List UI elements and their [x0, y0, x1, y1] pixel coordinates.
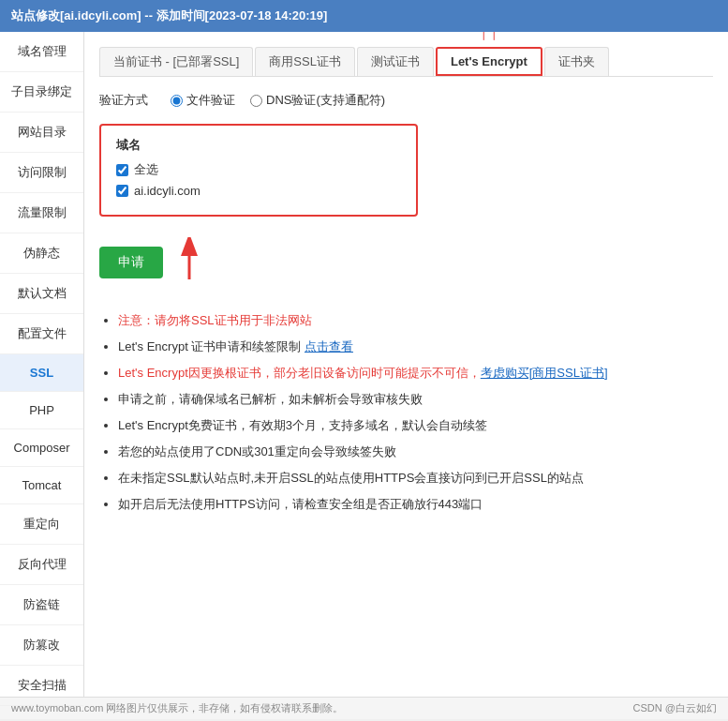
note-item-note-3: Let's Encrypt因更换根证书，部分老旧设备访问时可能提示不可信，考虑购…	[118, 361, 713, 385]
sidebar-item-php[interactable]: PHP	[0, 392, 83, 429]
sidebar-item-composer[interactable]: Composer	[0, 429, 83, 467]
tab-current-cert[interactable]: 当前证书 - [已部署SSL]	[99, 47, 253, 76]
note-2-link[interactable]: 点击查看	[305, 339, 353, 353]
sidebar-item-tomcat[interactable]: Tomcat	[0, 467, 83, 504]
tab-arrow-icon: ↑↑	[479, 32, 499, 45]
dns-verify-label: DNS验证(支持通配符)	[266, 92, 385, 109]
sidebar-item-traffic-limit[interactable]: 流量限制	[0, 193, 83, 233]
dns-verify-radio[interactable]	[250, 95, 262, 107]
domain-1-label: ai.idcyli.com	[134, 184, 201, 198]
sidebar-item-domain-mgmt[interactable]: 域名管理	[0, 32, 83, 72]
note-item-note-4: 申请之前，请确保域名已解析，如未解析会导致审核失败	[118, 387, 713, 412]
note-3-link[interactable]: 考虑购买[商用SSL证书]	[481, 366, 608, 380]
footer-bar: www.toymoban.com 网络图片仅供展示，非存储，如有侵权请联系删除。…	[0, 697, 728, 719]
verify-method-label: 验证方式	[99, 92, 148, 109]
sidebar-item-pseudo-static[interactable]: 伪静态	[0, 233, 83, 274]
tab-cert-folder[interactable]: 证书夹	[544, 47, 609, 76]
note-item-note-7: 在未指定SSL默认站点时,未开启SSL的站点使用HTTPS会直接访问到已开启SS…	[118, 466, 713, 490]
file-verify-radio[interactable]	[171, 95, 183, 107]
verify-method-row: 验证方式 文件验证 DNS验证(支持通配符)	[99, 92, 713, 109]
sidebar-item-anti-tamper[interactable]: 防篡改	[0, 625, 83, 666]
tab-commercial-ssl[interactable]: 商用SSL证书	[255, 47, 355, 76]
dns-verify-option[interactable]: DNS验证(支持通配符)	[250, 92, 385, 109]
tabs-row: 当前证书 - [已部署SSL]商用SSL证书测试证书Let's Encrypt↑…	[99, 47, 713, 77]
note-item-note-1: 注意：请勿将SSL证书用于非法网站	[118, 308, 713, 333]
note-3-text: Let's Encrypt因更换根证书，部分老旧设备访问时可能提示不可信，考虑购…	[118, 366, 608, 380]
sidebar-item-default-doc[interactable]: 默认文档	[0, 274, 83, 314]
note-item-note-8: 如开启后无法使用HTTPS访问，请检查安全组是否正确放行443端口	[118, 492, 713, 517]
footer-left: www.toymoban.com 网络图片仅供展示，非存储，如有侵权请联系删除。	[11, 701, 343, 715]
sidebar-item-redirect[interactable]: 重定向	[0, 504, 83, 545]
note-item-note-6: 若您的站点使用了CDN或301重定向会导致续签失败	[118, 440, 713, 464]
title-bar: 站点修改[ai.idcyli.com] -- 添加时间[2023-07-18 1…	[0, 0, 728, 32]
red-arrow-icon	[171, 237, 208, 284]
content-area: 当前证书 - [已部署SSL]商用SSL证书测试证书Let's Encrypt↑…	[84, 32, 728, 697]
domain-box-label: 域名	[116, 137, 401, 154]
sidebar-item-subdir-bind[interactable]: 子目录绑定	[0, 72, 83, 113]
tab-test-cert[interactable]: 测试证书	[357, 47, 434, 76]
select-all-row: 全选	[116, 161, 401, 178]
sidebar-item-security-scan[interactable]: 安全扫描	[0, 666, 83, 706]
sidebar-item-config-file[interactable]: 配置文件	[0, 314, 83, 354]
domain-box: 域名 全选 ai.idcyli.com	[99, 124, 418, 217]
footer-right: CSDN @白云如幻	[633, 701, 717, 715]
note-item-note-5: Let's Encrypt免费证书，有效期3个月，支持多域名，默认会自动续签	[118, 413, 713, 438]
sidebar-item-access-limit[interactable]: 访问限制	[0, 153, 83, 193]
sidebar-item-website-dir[interactable]: 网站目录	[0, 113, 83, 153]
file-verify-option[interactable]: 文件验证	[171, 92, 235, 109]
note-1-text: 注意：请勿将SSL证书用于非法网站	[118, 313, 312, 327]
domain-1-row: ai.idcyli.com	[116, 184, 401, 198]
sidebar-item-ssl[interactable]: SSL	[0, 354, 83, 392]
note-item-note-2: Let's Encrypt 证书申请和续签限制 点击查看	[118, 335, 713, 359]
apply-button[interactable]: 申请	[99, 247, 163, 278]
domain-1-checkbox[interactable]	[116, 185, 128, 197]
select-all-label: 全选	[134, 161, 158, 178]
sidebar-item-hotlink[interactable]: 防盗链	[0, 585, 83, 625]
radio-group: 文件验证 DNS验证(支持通配符)	[171, 92, 385, 109]
sidebar: 域名管理子目录绑定网站目录访问限制流量限制伪静态默认文档配置文件SSLPHPCo…	[0, 32, 84, 697]
sidebar-item-reverse-proxy[interactable]: 反向代理	[0, 545, 83, 585]
select-all-checkbox[interactable]	[116, 164, 128, 176]
tab-container: 当前证书 - [已部署SSL]商用SSL证书测试证书Let's Encrypt↑…	[99, 47, 713, 77]
notes-list: 注意：请勿将SSL证书用于非法网站Let's Encrypt 证书申请和续签限制…	[99, 308, 713, 517]
title-text: 站点修改[ai.idcyli.com] -- 添加时间[2023-07-18 1…	[11, 8, 327, 23]
tab-lets-encrypt[interactable]: Let's Encrypt↑↑	[436, 47, 542, 76]
file-verify-label: 文件验证	[186, 92, 235, 109]
